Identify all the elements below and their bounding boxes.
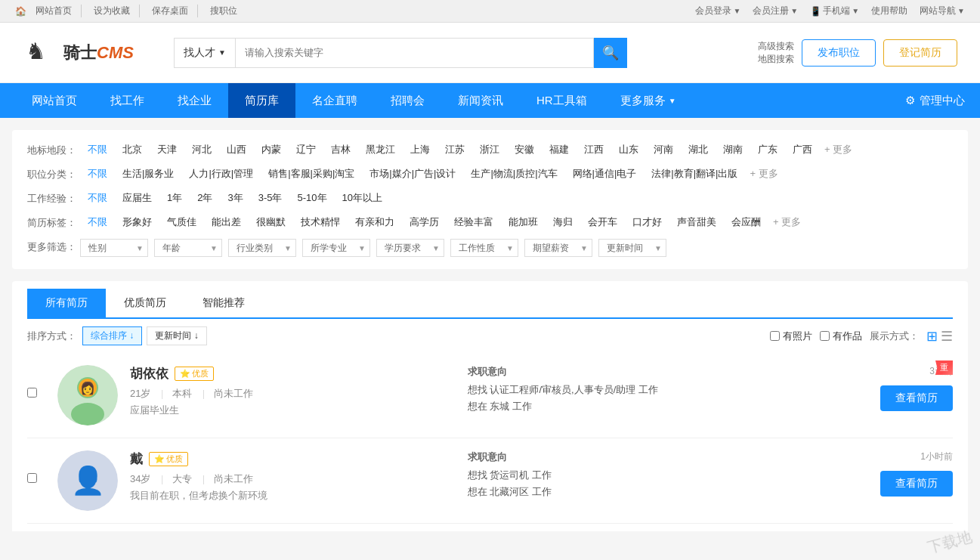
has-photo-checkbox-label[interactable]: 有照片 (770, 330, 812, 343)
filter-location-hebei[interactable]: 河北 (184, 142, 219, 157)
advanced-search[interactable]: 高级搜索 地图搜索 (758, 40, 794, 66)
filter-location-tianjin[interactable]: 天津 (150, 142, 184, 157)
nav-item-find-job[interactable]: 找工作 (94, 83, 161, 118)
view-resume-button-0[interactable]: 查看简历 (880, 385, 953, 411)
register-resume-button[interactable]: 登记简历 (883, 39, 957, 67)
filter-tag-unlimited[interactable]: 不限 (80, 215, 115, 230)
search-type-selector[interactable]: 找人才 ▼ (174, 38, 235, 68)
filter-position-life[interactable]: 生活|服务业 (115, 166, 181, 181)
nav-admin[interactable]: ⚙ 管理中心 (905, 94, 965, 108)
view-grid-button[interactable]: ⊞ (926, 328, 938, 345)
topbar-desktop[interactable]: 保存桌面 (152, 5, 198, 17)
topbar-mobile[interactable]: 📱 手机端 ▼ (810, 5, 859, 17)
filter-location-jiangxi[interactable]: 江西 (577, 142, 611, 157)
select-salary[interactable]: 期望薪资 (524, 239, 592, 257)
filter-tag-overseas[interactable]: 海归 (546, 215, 580, 230)
select-major[interactable]: 所学专业 (302, 239, 370, 257)
filter-tag-humor[interactable]: 很幽默 (249, 215, 293, 230)
filter-location-fujian[interactable]: 福建 (542, 142, 577, 157)
select-education[interactable]: 学历要求 (376, 239, 444, 257)
filter-location-heilongjiang[interactable]: 黑龙江 (358, 142, 403, 157)
view-list-button[interactable]: ☰ (941, 328, 953, 345)
filter-tag-voice[interactable]: 声音甜美 (669, 215, 724, 230)
filter-position-network[interactable]: 网络|通信|电子 (565, 166, 645, 181)
publish-position-button[interactable]: 发布职位 (802, 39, 876, 67)
filter-exp-10y+[interactable]: 10年以上 (335, 190, 390, 206)
nav-item-hr-tools[interactable]: HR工具箱 (520, 83, 604, 118)
select-industry[interactable]: 行业类别 (228, 239, 296, 257)
filter-location-zhejiang[interactable]: 浙江 (472, 142, 507, 157)
select-update-time[interactable]: 更新时间 (598, 239, 666, 257)
nav-item-resume-library[interactable]: 简历库 (228, 83, 295, 118)
filter-position-hr[interactable]: 人力|行政|管理 (181, 166, 261, 181)
tab-smart-recommend[interactable]: 智能推荐 (184, 289, 263, 319)
sort-update-time[interactable]: 更新时间 ↓ (147, 326, 206, 345)
filter-tag-speech[interactable]: 口才好 (625, 215, 669, 230)
filter-exp-unlimited[interactable]: 不限 (80, 190, 115, 206)
resume-checkbox-1[interactable] (27, 473, 37, 483)
nav-item-more[interactable]: 更多服务 ▼ (604, 83, 693, 118)
filter-location-neimeng[interactable]: 内蒙 (254, 142, 289, 157)
nav-item-news[interactable]: 新闻资讯 (441, 83, 520, 118)
filter-position-market[interactable]: 市场|媒介|广告|设计 (362, 166, 463, 181)
select-gender[interactable]: 性别男女 (80, 239, 148, 257)
filter-location-unlimited[interactable]: 不限 (80, 142, 115, 157)
logo[interactable]: ♞ 骑士CMS (23, 34, 159, 72)
filter-exp-3-5y[interactable]: 3-5年 (251, 190, 290, 206)
topbar-help[interactable]: 使用帮助 (871, 5, 907, 17)
filter-tag-friendly[interactable]: 有亲和力 (348, 215, 402, 230)
nav-item-job-fair[interactable]: 招聘会 (374, 83, 441, 118)
filter-tag-more[interactable]: + 更多 (773, 215, 801, 229)
filter-location-henan[interactable]: 河南 (646, 142, 681, 157)
has-works-checkbox-label[interactable]: 有作品 (820, 330, 862, 343)
topbar-search-job[interactable]: 搜职位 (210, 5, 246, 17)
topbar-member-login[interactable]: 会员登录 ▼ (695, 5, 740, 17)
filter-exp-5-10y[interactable]: 5-10年 (290, 190, 335, 206)
nav-item-find-company[interactable]: 找企业 (161, 83, 228, 118)
filter-tag-social[interactable]: 会应酬 (724, 215, 768, 230)
filter-tag-experienced[interactable]: 经验丰富 (447, 215, 501, 230)
filter-position-unlimited[interactable]: 不限 (80, 166, 115, 181)
has-photo-checkbox[interactable] (770, 331, 780, 341)
nav-item-home[interactable]: 网站首页 (15, 83, 94, 118)
tab-all-resumes[interactable]: 所有简历 (27, 289, 106, 319)
search-input[interactable] (235, 38, 594, 68)
search-button[interactable]: 🔍 (594, 38, 627, 68)
filter-tag-tech[interactable]: 技术精悍 (293, 215, 348, 230)
select-work-nature[interactable]: 工作性质 (450, 239, 518, 257)
select-age[interactable]: 年龄 (154, 239, 222, 257)
filter-tag-temperament[interactable]: 气质佳 (159, 215, 204, 230)
tab-quality-resumes[interactable]: 优质简历 (106, 289, 184, 319)
topbar-navigation[interactable]: 网站导航 ▼ (920, 5, 965, 17)
filter-exp-fresh[interactable]: 应届生 (115, 190, 159, 206)
filter-location-anhui[interactable]: 安徽 (507, 142, 542, 157)
filter-location-guangxi[interactable]: 广西 (785, 142, 820, 157)
filter-position-more[interactable]: + 更多 (750, 167, 778, 181)
filter-tag-travel[interactable]: 能出差 (204, 215, 249, 230)
filter-location-hunan[interactable]: 湖南 (716, 142, 750, 157)
filter-location-beijing[interactable]: 北京 (115, 142, 150, 157)
filter-location-shandong[interactable]: 山东 (611, 142, 646, 157)
topbar-favorite[interactable]: 设为收藏 (94, 5, 140, 17)
topbar-home[interactable]: 网站首页 (36, 5, 82, 17)
filter-position-production[interactable]: 生产|物流|质控|汽车 (463, 166, 564, 181)
sort-comprehensive[interactable]: 综合排序 ↓ (82, 326, 142, 345)
resume-checkbox-0[interactable] (27, 388, 37, 398)
filter-tag-drive[interactable]: 会开车 (580, 215, 625, 230)
filter-location-guangdong[interactable]: 广东 (750, 142, 785, 157)
has-works-checkbox[interactable] (820, 331, 830, 341)
filter-exp-2y[interactable]: 2年 (190, 190, 220, 206)
filter-location-hubei[interactable]: 湖北 (681, 142, 716, 157)
filter-exp-3y[interactable]: 3年 (220, 190, 250, 206)
filter-tag-educated[interactable]: 高学历 (402, 215, 447, 230)
filter-tag-overtime[interactable]: 能加班 (501, 215, 546, 230)
filter-location-jilin[interactable]: 吉林 (323, 142, 358, 157)
filter-position-sales[interactable]: 销售|客服|采购|淘宝 (261, 166, 362, 181)
topbar-member-register[interactable]: 会员注册 ▼ (753, 5, 798, 17)
filter-location-jiangsu[interactable]: 江苏 (437, 142, 472, 157)
filter-location-shanghai[interactable]: 上海 (403, 142, 437, 157)
nav-item-famous-company[interactable]: 名企直聘 (295, 83, 374, 118)
filter-tag-appearance[interactable]: 形象好 (115, 215, 159, 230)
filter-location-shanxi[interactable]: 山西 (219, 142, 254, 157)
filter-location-more[interactable]: + 更多 (824, 143, 852, 156)
